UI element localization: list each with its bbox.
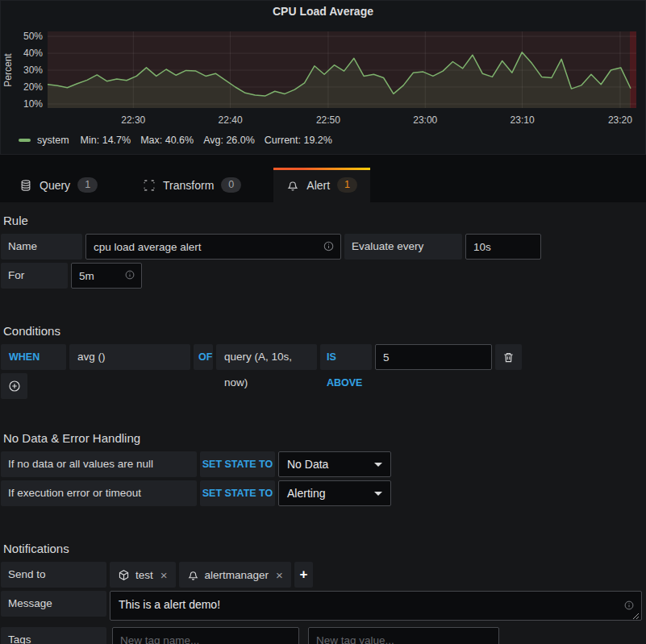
legend-stat: Max: 40.6%	[140, 135, 194, 146]
tag-value-input[interactable]	[308, 627, 499, 644]
y-tick: 50%	[12, 31, 43, 42]
cpu-load-chart	[48, 31, 636, 108]
tab-alert[interactable]: Alert 1	[273, 168, 370, 202]
delete-condition-button[interactable]	[495, 344, 522, 370]
error-label: If execution error or timeout	[1, 480, 197, 506]
remove-channel-icon[interactable]: ×	[276, 568, 283, 582]
tags-label: Tags	[1, 627, 106, 644]
for-label: For	[1, 263, 68, 289]
transform-count-badge: 0	[221, 177, 241, 193]
panel-editor-tabbar: Query 1 Transform 0 Alert 1	[0, 155, 646, 202]
chart-legend: system Min: 14.7%Max: 40.6%Avg: 26.0%Cur…	[19, 135, 342, 146]
alert-count-badge: 1	[337, 177, 357, 193]
error-state-select[interactable]: Alerting	[278, 480, 391, 506]
info-icon	[623, 600, 635, 611]
message-label: Message	[1, 591, 106, 617]
y-tick: 10%	[12, 98, 43, 110]
evaluate-every-label: Evaluate every	[344, 234, 462, 260]
chevron-down-icon	[374, 463, 382, 467]
x-tick: 22:30	[115, 114, 151, 126]
message-field-wrap: This is a alert demo!	[110, 591, 642, 624]
channel-chip-alertmanager[interactable]: alertmanager ×	[179, 562, 291, 588]
plot-area: Percent 50%40%30%20%10%	[1, 31, 646, 108]
selected-value: No Data	[287, 458, 328, 471]
x-tick: 23:10	[505, 114, 540, 126]
notifications-heading: Notifications	[3, 542, 642, 555]
condition-query-button[interactable]: query (A, 10s, now)	[216, 344, 317, 370]
tab-label: Transform	[163, 179, 214, 192]
tab-label: Alert	[306, 179, 330, 192]
evaluate-every-input[interactable]	[465, 234, 541, 260]
message-textarea[interactable]: This is a alert demo!	[110, 591, 642, 621]
resize-grip-icon[interactable]	[632, 613, 640, 620]
info-icon	[323, 240, 335, 252]
bell-icon	[187, 569, 199, 581]
rule-name-field-wrap	[85, 234, 341, 260]
cube-icon	[118, 569, 130, 581]
no-data-heading: No Data & Error Handling	[3, 431, 642, 445]
for-field-wrap	[71, 263, 142, 289]
x-tick: 22:50	[310, 114, 346, 126]
rule-name-input[interactable]	[85, 234, 341, 260]
no-data-label: If no data or all values are null	[1, 451, 197, 477]
condition-when-button[interactable]: WHEN	[1, 344, 66, 370]
y-tick: 20%	[12, 81, 43, 93]
x-tick: 23:00	[407, 114, 443, 126]
remove-channel-icon[interactable]: ×	[160, 568, 168, 582]
tag-name-input[interactable]	[112, 627, 299, 644]
time-series-plot	[48, 31, 636, 108]
condition-aggregation-button[interactable]: avg ()	[69, 344, 190, 370]
trash-icon	[502, 351, 515, 364]
graph-panel: CPU Load Average Percent 50%40%30%20%10%…	[0, 0, 646, 155]
legend-series-name[interactable]: system	[37, 135, 69, 146]
database-icon	[19, 179, 32, 192]
legend-stat: Current: 19.2%	[265, 135, 332, 146]
condition-threshold-input[interactable]	[375, 344, 492, 370]
tab-query[interactable]: Query 1	[6, 168, 110, 202]
legend-stat: Avg: 26.0%	[203, 135, 255, 146]
no-data-state-select[interactable]: No Data	[278, 451, 391, 477]
legend-color-dash	[19, 139, 31, 142]
alert-tab-content: Rule Name Evaluate every For Conditions …	[0, 214, 646, 644]
channel-chip-test[interactable]: test ×	[110, 562, 176, 588]
info-icon	[124, 269, 135, 280]
panel-title: CPU Load Average	[1, 1, 645, 18]
legend-stat: Min: 14.7%	[81, 135, 131, 146]
conditions-heading: Conditions	[3, 324, 642, 338]
query-count-badge: 1	[77, 177, 98, 193]
channel-name: test	[135, 569, 153, 581]
y-tick: 30%	[12, 64, 43, 76]
transform-icon	[143, 179, 156, 192]
legend-stats: Min: 14.7%Max: 40.6%Avg: 26.0%Current: 1…	[81, 135, 342, 146]
rule-heading: Rule	[3, 214, 642, 227]
no-data-set-state-button[interactable]: SET STATE TO	[200, 451, 275, 477]
channel-name: alertmanager	[205, 569, 269, 581]
tab-transform[interactable]: Transform 0	[130, 168, 254, 202]
chevron-down-icon	[374, 492, 382, 496]
condition-operator-button[interactable]: IS ABOVE	[320, 344, 372, 370]
y-tick: 40%	[12, 48, 43, 59]
x-tick: 23:20	[602, 114, 638, 126]
send-to-label: Send to	[1, 562, 106, 588]
condition-of-button[interactable]: OF	[194, 344, 213, 370]
add-channel-button[interactable]: +	[294, 562, 313, 588]
add-condition-button[interactable]	[1, 373, 27, 399]
circle-plus-icon	[8, 380, 21, 393]
selected-value: Alerting	[287, 487, 325, 500]
rule-name-label: Name	[1, 234, 82, 260]
error-set-state-button[interactable]: SET STATE TO	[200, 480, 275, 506]
x-tick: 22:40	[213, 114, 248, 126]
bell-icon	[286, 179, 299, 192]
tab-label: Query	[40, 179, 70, 192]
